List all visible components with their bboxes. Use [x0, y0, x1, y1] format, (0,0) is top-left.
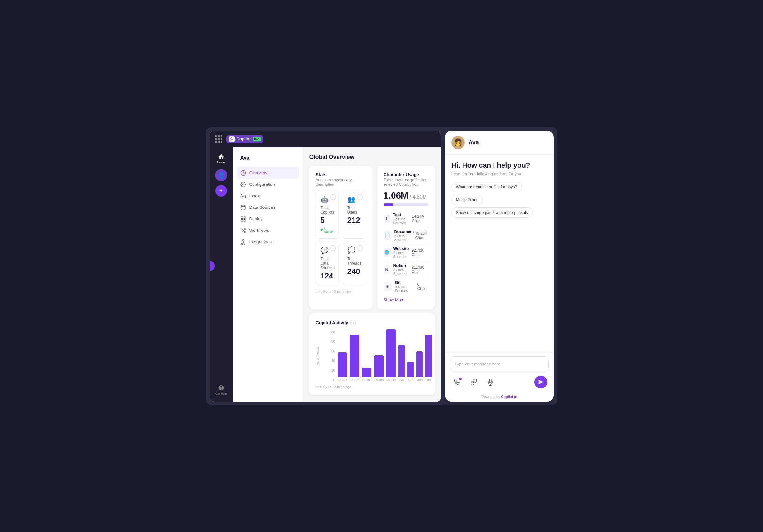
left-nav-title: Ava: [237, 153, 299, 163]
text-amount: 14.27M Char: [412, 214, 428, 223]
bar-group: Sat: [398, 345, 405, 381]
link-icon[interactable]: [468, 376, 480, 388]
char-row-text: T Text 12 Data Sources 14.27M Char: [383, 210, 428, 227]
stats-title: Stats: [316, 172, 366, 177]
bar: [416, 351, 423, 377]
char-row-document: 📄 Document 2 Data Sources 73.20K Char: [383, 227, 428, 244]
logo-badge[interactable]: C Copilot live: [226, 135, 264, 143]
sidebar-item-home[interactable]: Home: [214, 151, 229, 166]
users-label: Total Users: [348, 206, 362, 215]
bar-label: Sun: [407, 378, 413, 382]
bar-label: Mon: [416, 378, 423, 382]
copilots-label: Total Copilots: [321, 206, 335, 215]
send-button[interactable]: [534, 376, 547, 388]
bar: [374, 355, 383, 376]
svg-rect-4: [244, 217, 245, 218]
nav-item-workflows[interactable]: Workflows: [237, 225, 299, 236]
y-0: 0: [333, 378, 335, 382]
nav-datasources-label: Data Sources: [249, 205, 275, 210]
bar-group: 14 Jun: [362, 368, 372, 382]
activity-card: Copilot Activity i No. of Threads 0 20 4…: [309, 313, 435, 395]
activity-header: Copilot Activity i: [316, 320, 428, 325]
chart-bars: 12 Jun13 Jun14 Jun15 Jun16 JunSatSunMonT…: [338, 331, 432, 382]
chart-area: 0 20 40 60 80 100 12 Jun13 Jun14 Jun15 J…: [330, 331, 428, 382]
document-sources: 2 Data Sources: [394, 234, 415, 242]
nav-item-inbox[interactable]: Inbox: [237, 190, 299, 202]
copilots-info-icon[interactable]: i: [330, 194, 336, 200]
chat-toolbar-left: [451, 376, 496, 388]
stat-boxes: i 🤖 Total Copilots 5 1 Active: [316, 190, 366, 285]
nav-workflows-label: Workflows: [249, 228, 269, 233]
activity-footer: Last Sync 12 mins ago: [316, 385, 428, 389]
grid-icon[interactable]: [215, 135, 222, 143]
svg-point-2: [241, 205, 246, 207]
users-info-icon[interactable]: i: [357, 194, 363, 200]
mic-icon[interactable]: [485, 376, 496, 388]
sidebar-item-home-label: Home: [217, 161, 225, 164]
chat-subtext: I can perform following actions for you: [451, 171, 547, 176]
stat-box-threads: i 💭 Total Threads 240: [343, 242, 366, 285]
char-progress-bar-bg: [383, 203, 428, 206]
threads-info-icon[interactable]: i: [357, 245, 363, 251]
char-row-notion: N Notion 2 Data Sources 21.70K Char: [383, 261, 428, 278]
chat-header: 👩 Ava: [445, 131, 554, 155]
stats-last-sync: Last Sync 12 mins ago: [316, 290, 366, 293]
svg-point-10: [242, 240, 244, 241]
nav-item-overview[interactable]: Overview: [237, 167, 299, 179]
y-axis: 0 20 40 60 80 100: [330, 331, 335, 382]
bar: [398, 345, 405, 376]
svg-line-15: [243, 242, 244, 243]
bar-group: Tues: [425, 335, 432, 381]
document-icon: 📄: [383, 231, 391, 240]
top-cards-row: Stats Add some secondary description i 🤖…: [309, 165, 435, 309]
add-button[interactable]: +: [215, 185, 227, 197]
threads-value: 240: [348, 267, 362, 276]
phone-icon[interactable]: [451, 376, 463, 388]
suggestion-1[interactable]: What are trending outfits for boys?: [451, 182, 522, 192]
nav-config-label: Configuration: [249, 182, 275, 187]
sidebar-item-help[interactable]: Get Help: [214, 382, 229, 398]
bar-group: 15 Jun: [374, 355, 383, 381]
bar-label: 14 Jun: [362, 378, 372, 382]
active-dot: [321, 229, 323, 231]
activity-info-icon[interactable]: i: [350, 320, 356, 325]
text-sources: 12 Data Sources: [393, 217, 412, 225]
notion-sources: 2 Data Sources: [393, 268, 412, 275]
sidebar-avatar[interactable]: 👤: [215, 169, 227, 181]
char-title: Character Usage: [383, 172, 428, 177]
website-type: Website: [393, 247, 412, 251]
bar-label: Tues: [425, 378, 432, 382]
svg-point-1: [242, 183, 244, 185]
svg-line-9: [241, 229, 243, 230]
bar-label: 12 Jun: [338, 378, 347, 382]
chat-toolbar: [450, 376, 549, 388]
chat-input-box[interactable]: Type your message here..: [450, 357, 549, 372]
sidebar-bottom: Get Help: [214, 382, 229, 398]
suggestion-3[interactable]: Show me cargo pants with more pockets: [451, 207, 533, 218]
nav-item-deploy[interactable]: Deploy: [237, 213, 299, 225]
y-80: 80: [331, 340, 335, 343]
chat-suggestions: What are trending outfits for boys? Men'…: [451, 182, 547, 218]
notion-type: Notion: [393, 264, 412, 268]
section-title: Global Overview: [309, 154, 435, 160]
char-amount: 1.06M / 4.80M: [383, 190, 428, 201]
bar: [425, 335, 432, 376]
chat-input-area: Type your message here..: [445, 352, 554, 392]
nav-item-configuration[interactable]: Configuration: [237, 179, 299, 190]
powered-by: Powered by Copilot ▶: [445, 392, 554, 401]
nav-item-integrations[interactable]: Integrations: [237, 236, 299, 248]
nav-item-data-sources[interactable]: Data Sources: [237, 202, 299, 213]
threads-label: Total Threads: [348, 257, 362, 266]
document-amount: 73.20K Char: [415, 231, 428, 240]
bar: [362, 368, 372, 377]
datasources-info-icon[interactable]: i: [330, 245, 336, 251]
git-amount: 0 Char: [417, 282, 428, 291]
sidebar-help-label: Get Help: [215, 392, 227, 395]
notion-icon: N: [383, 265, 390, 274]
bar: [386, 329, 396, 377]
nav-overview-label: Overview: [249, 170, 267, 175]
char-row-git: ⊕ Git 0 Data Sources 0 Char: [383, 278, 428, 295]
text-type: Text: [393, 213, 412, 217]
suggestion-2[interactable]: Men's Jeans: [451, 195, 483, 205]
show-more-link[interactable]: Show More: [383, 297, 405, 302]
